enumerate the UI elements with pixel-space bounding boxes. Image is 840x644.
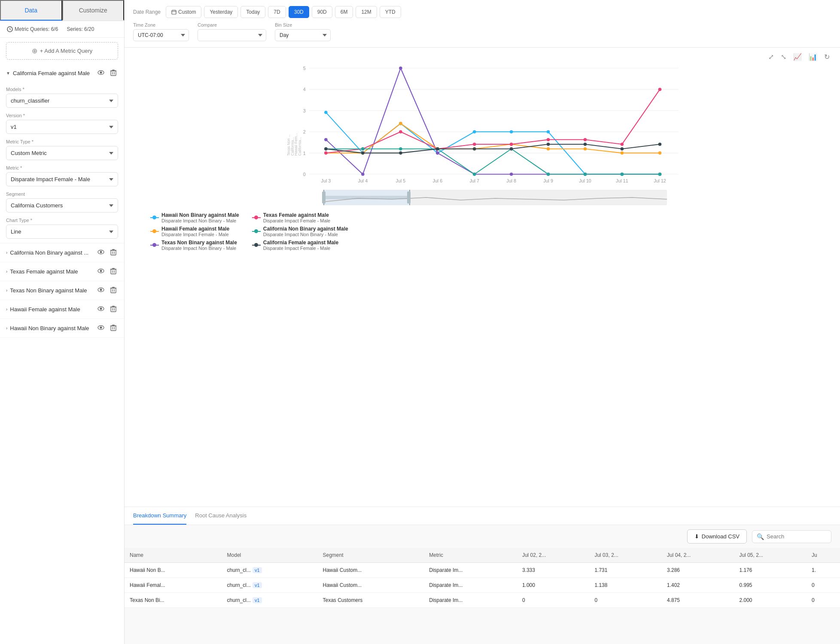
svg-text:Jul 5: Jul 5 bbox=[396, 178, 406, 183]
metric-stats: Metric Queries: 6/6 Series: 6/20 bbox=[0, 21, 124, 38]
date-btn-30d[interactable]: 30D bbox=[289, 6, 309, 18]
svg-point-61 bbox=[510, 173, 513, 176]
timezone-select[interactable]: UTC-07:00 bbox=[133, 29, 189, 41]
bin-size-select[interactable]: Day bbox=[275, 29, 331, 41]
legend-texas-nonbinary: Texas Non Binary against Male Disparate … bbox=[150, 240, 239, 251]
legend-hawaii-female-sub: Disparate Impact Female - Male bbox=[161, 232, 229, 237]
svg-point-88 bbox=[399, 147, 402, 151]
table-body: Hawaii Non B... churn_cl...v1 Hawaii Cus… bbox=[125, 563, 840, 608]
expand-icon[interactable]: ⤢ bbox=[767, 52, 776, 62]
date-btn-12m[interactable]: 12M bbox=[356, 6, 377, 18]
download-csv-button[interactable]: ⬇ Download CSV bbox=[687, 529, 747, 544]
date-range-row: Date Range CustomYesterdayToday7D30D90D6… bbox=[133, 6, 831, 18]
cell-jul05: 2.000 bbox=[734, 593, 807, 608]
metric-visibility-button-4[interactable] bbox=[96, 323, 106, 333]
chart-legend: Hawaii Non Binary against Male Disparate… bbox=[133, 209, 831, 255]
delete-metric-button[interactable] bbox=[109, 68, 118, 78]
plus-icon: ⊕ bbox=[32, 47, 37, 55]
search-input[interactable] bbox=[767, 533, 827, 540]
models-label: Models * bbox=[6, 87, 118, 92]
cell-name: Hawaii Non B... bbox=[125, 563, 222, 578]
date-btn-90d[interactable]: 90D bbox=[312, 6, 332, 18]
metric-list-item-1[interactable]: › Texas Female against Male bbox=[0, 262, 124, 281]
table-row: Texas Non Bi... churn_cl...v1 Texas Cust… bbox=[125, 593, 840, 608]
metric-type-label: Metric Type * bbox=[6, 139, 118, 144]
metric-list-item-4[interactable]: › Hawaii Non Binary against Male bbox=[0, 319, 124, 338]
date-btn-custom[interactable]: Custom bbox=[166, 6, 201, 18]
svg-rect-9 bbox=[111, 269, 116, 274]
segment-select[interactable]: California Customers bbox=[6, 198, 118, 213]
metric-delete-button-2[interactable] bbox=[109, 286, 118, 295]
legend-hawaii-nonbinary: Hawaii Non Binary against Male Disparate… bbox=[150, 212, 239, 223]
date-btn-today[interactable]: Today bbox=[240, 6, 265, 18]
cell-jul03: 1.138 bbox=[589, 578, 662, 593]
svg-text:Jul 4: Jul 4 bbox=[358, 178, 368, 183]
metric-visibility-button-0[interactable] bbox=[96, 248, 106, 258]
svg-point-52 bbox=[547, 130, 550, 134]
models-select[interactable]: churn_classifier bbox=[6, 94, 118, 108]
legend-california-nonbinary-sub: Disparate Impact Non Binary - Male bbox=[263, 232, 348, 237]
svg-text:3: 3 bbox=[303, 108, 306, 113]
add-metric-button[interactable]: ⊕ + Add A Metric Query bbox=[6, 42, 118, 60]
breakdown-table: Name Model Segment Metric Jul 02, 2... J… bbox=[125, 548, 840, 608]
metric-list-item-0[interactable]: › California Non Binary against ... bbox=[0, 243, 124, 262]
cell-jul04: 4.875 bbox=[662, 593, 734, 608]
shrink-icon[interactable]: ⤡ bbox=[779, 52, 788, 62]
tab-root-cause[interactable]: Root Cause Analysis bbox=[195, 507, 247, 525]
svg-text:Jul 12: Jul 12 bbox=[654, 178, 666, 183]
metric-visibility-button-1[interactable] bbox=[96, 267, 106, 276]
svg-point-97 bbox=[361, 152, 365, 155]
tab-customize[interactable]: Customize bbox=[62, 0, 125, 21]
date-btn-7d[interactable]: 7D bbox=[268, 6, 286, 18]
svg-text:0: 0 bbox=[303, 172, 306, 177]
metric-list-item-2[interactable]: › Texas Non Binary against Male bbox=[0, 281, 124, 300]
chart-wrap: 5 4 3 2 1 0 Texas Non ... California... … bbox=[133, 64, 831, 188]
range-selector[interactable] bbox=[159, 190, 831, 205]
col-more: Ju bbox=[807, 548, 840, 563]
metric-visibility-button-2[interactable] bbox=[96, 286, 106, 295]
metric-visibility-button-3[interactable] bbox=[96, 304, 106, 314]
cell-jul04: 1.402 bbox=[662, 578, 734, 593]
chart-type-select[interactable]: Line bbox=[6, 225, 118, 239]
legend-texas-female-sub: Disparate Impact Female - Male bbox=[263, 218, 331, 223]
date-btn-yesterday[interactable]: Yesterday bbox=[204, 6, 238, 18]
cell-jul02: 3.333 bbox=[517, 563, 590, 578]
legend-texas-female: Texas Female against Male Disparate Impa… bbox=[252, 212, 348, 223]
tab-breakdown-summary[interactable]: Breakdown Summary bbox=[133, 507, 186, 525]
bottom-tabs: Breakdown Summary Root Cause Analysis bbox=[125, 507, 840, 525]
metric-delete-button-1[interactable] bbox=[109, 267, 118, 276]
svg-rect-6 bbox=[111, 250, 116, 255]
trash-icon bbox=[110, 324, 116, 331]
metric-section-header[interactable]: ▼ California Female against Male bbox=[0, 64, 124, 82]
legend-left: Hawaii Non Binary against Male Disparate… bbox=[150, 212, 239, 251]
metric-type-select[interactable]: Custom Metric bbox=[6, 146, 118, 160]
version-select[interactable]: v1 bbox=[6, 120, 118, 134]
version-label: Version * bbox=[6, 113, 118, 118]
chart-type-bar-icon[interactable]: 📊 bbox=[807, 52, 819, 62]
eye-icon bbox=[97, 69, 104, 76]
metric-group: Metric * Disparate Impact Female - Male bbox=[6, 165, 118, 186]
date-btn-6m[interactable]: 6M bbox=[335, 6, 353, 18]
compare-select[interactable] bbox=[198, 29, 266, 41]
chart-type-line-icon[interactable]: 📈 bbox=[791, 52, 803, 62]
metric-delete-button-0[interactable] bbox=[109, 248, 118, 258]
refresh-icon[interactable]: ↻ bbox=[822, 52, 831, 62]
version-group: Version * v1 bbox=[6, 113, 118, 134]
legend-right: Texas Female against Male Disparate Impa… bbox=[252, 212, 348, 251]
date-btn-ytd[interactable]: YTD bbox=[380, 6, 401, 18]
tab-data[interactable]: Data bbox=[0, 0, 62, 21]
metric-delete-button-3[interactable] bbox=[109, 304, 118, 314]
eye-icon bbox=[97, 249, 104, 255]
svg-point-94 bbox=[621, 173, 624, 176]
svg-rect-111 bbox=[407, 191, 411, 204]
add-metric-label: + Add A Metric Query bbox=[40, 48, 92, 54]
metric-queries-stat: Metric Queries: 6/6 bbox=[15, 26, 58, 32]
svg-point-103 bbox=[584, 143, 587, 146]
metric-list-item-title: Texas Non Binary against Male bbox=[10, 287, 93, 294]
metric-delete-button-4[interactable] bbox=[109, 323, 118, 333]
visibility-toggle-button[interactable] bbox=[96, 68, 106, 78]
metric-list-item-3[interactable]: › Hawaii Female against Male bbox=[0, 300, 124, 319]
metric-select[interactable]: Disparate Impact Female - Male bbox=[6, 172, 118, 186]
cell-jul02: 0 bbox=[517, 593, 590, 608]
svg-point-68 bbox=[399, 122, 402, 125]
